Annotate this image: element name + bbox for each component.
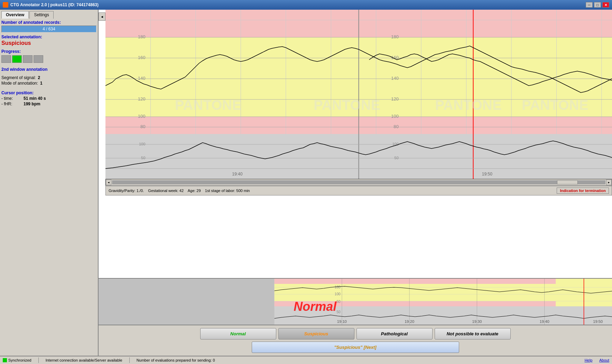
window-annotation-label: 2nd window annotation [1,67,96,72]
svg-text:PANTONE: PANTONE [314,97,380,113]
help-link[interactable]: Help [585,358,593,362]
scroll-thumb[interactable] [557,180,578,184]
progress-box-4 [34,55,43,63]
svg-text:100: 100 [391,114,399,119]
right-panel: ◄ [99,10,612,356]
fhr-value: 199 bpm [24,102,40,106]
svg-text:100: 100 [138,114,146,119]
segment-label: Segment of signal: [1,75,36,80]
progress-box-2 [12,55,22,63]
sync-indicator [3,358,7,362]
internet-status: Internet connection available/Server ava… [46,358,122,362]
svg-text:120: 120 [138,96,146,102]
progress-boxes [1,55,96,63]
title-bar: CTG Annotator 2.0 | pokus11 (ID: 7441748… [0,0,612,10]
cursor-section: Cursor position: - time: 51 min 40 s - f… [1,90,96,107]
window-annotation-section: 2nd window annotation [1,66,96,73]
suspicious-button[interactable]: Suspicious [278,328,354,339]
close-button[interactable]: ✕ [602,2,609,8]
ctg-main-chart: 180 160 140 120 100 80 180 160 140 120 1… [105,10,612,179]
app-icon [3,2,8,8]
svg-text:80: 80 [393,124,399,129]
time-label: - time: [1,96,22,101]
svg-text:140: 140 [138,76,146,81]
svg-text:50: 50 [141,156,145,160]
time-value: 51 min 40 s [24,96,46,101]
svg-text:PANTONE: PANTONE [435,97,501,113]
bottom-area: Normal Suspicious Pathological Not possi… [99,325,612,356]
next-button[interactable]: "Suspicious" [Next] [252,342,459,353]
annotation-buttons: Normal Suspicious Pathological Not possi… [101,328,609,339]
main-container: Overview Settings Number of annotated re… [0,10,612,356]
chart-area[interactable]: ◄ [99,10,612,278]
info-bar: Gravidity/Parity: 1./0. Gestational week… [105,186,612,195]
annotated-value: 4 / 634 [1,26,96,32]
tab-settings[interactable]: Settings [29,11,53,19]
annotation-section: Selected annotation: Suspicious [1,35,96,47]
minimize-button[interactable]: ─ [586,2,593,8]
annotated-label: Number of annotated records: [1,20,96,25]
svg-text:180: 180 [391,34,399,39]
window-controls[interactable]: ─ □ ✕ [586,2,609,8]
status-bar: Synchronized Internet connection availab… [0,356,612,364]
ctg-svg: 180 160 140 120 100 80 180 160 140 120 1… [105,10,612,179]
mode-row: Mode of annotation: 1 [1,81,96,86]
not-possible-button[interactable]: Not possible to evaluate [435,328,511,339]
svg-text:50: 50 [336,310,341,314]
segment-section: Segment of signal: 2 Mode of annotation:… [1,75,96,86]
scroll-right-button[interactable]: ► [606,180,612,185]
svg-text:PANTONE: PANTONE [175,97,241,113]
pathological-button[interactable]: Pathological [356,328,433,339]
overview-strip: 180 100 50 50 19:10 19:20 19:30 19:40 19… [99,278,612,325]
svg-text:160: 160 [138,55,146,60]
gravidity-info: Gravidity/Parity: 1./0. Gestational week… [109,189,250,193]
svg-rect-49 [99,279,275,325]
svg-text:140: 140 [391,76,399,81]
tab-bar: Overview Settings [1,11,96,19]
about-link[interactable]: About [599,358,609,362]
svg-text:19:20: 19:20 [405,319,414,324]
svg-text:19:50: 19:50 [482,172,492,176]
svg-text:19:40: 19:40 [540,319,549,324]
tab-overview[interactable]: Overview [1,11,29,19]
indication-button[interactable]: Indication for termination [557,188,609,194]
svg-text:19:40: 19:40 [232,172,242,176]
fhr-row: - fHR: 199 bpm [1,102,96,106]
maximize-button[interactable]: □ [594,2,601,8]
svg-text:80: 80 [140,124,146,129]
normal-label: Normal [294,299,336,314]
mode-label: Mode of annotation: [1,81,38,86]
svg-text:50: 50 [395,156,399,160]
sync-status: Synchronized [3,358,31,362]
svg-text:50: 50 [336,300,341,304]
svg-text:120: 120 [391,96,399,102]
svg-text:19:10: 19:10 [337,319,347,324]
mode-value: 1 [40,81,43,86]
annotation-label: Selected annotation: [1,35,96,39]
fhr-label: - fHR: [1,102,22,106]
left-panel: Overview Settings Number of annotated re… [0,10,99,356]
normal-button[interactable]: Normal [200,328,276,339]
collapse-button[interactable]: ◄ [99,12,105,21]
svg-text:PANTONE: PANTONE [522,97,588,113]
status-sep-2 [129,357,130,363]
status-sep-1 [38,357,39,363]
annotated-section: Number of annotated records: 4 / 634 [1,20,96,32]
overview-svg: 180 100 50 50 19:10 19:20 19:30 19:40 19… [99,279,612,325]
progress-label: Progress: [1,49,96,54]
svg-text:100: 100 [139,142,145,146]
progress-section: Progress: [1,49,96,64]
svg-text:180: 180 [335,285,341,289]
svg-text:100: 100 [335,292,341,296]
progress-box-1 [1,55,11,63]
scroll-left-button[interactable]: ◄ [106,180,111,185]
svg-text:180: 180 [138,34,146,39]
scroll-track[interactable] [112,180,605,184]
chart-scrollbar[interactable]: ◄ ► [105,179,612,186]
cursor-label: Cursor position: [1,90,96,95]
progress-box-3 [23,55,33,63]
window-title: CTG Annotator 2.0 | pokus11 (ID: 7441748… [10,2,99,7]
segment-row: Segment of signal: 2 [1,75,96,80]
time-row: - time: 51 min 40 s [1,96,96,101]
svg-text:19:30: 19:30 [472,319,482,324]
